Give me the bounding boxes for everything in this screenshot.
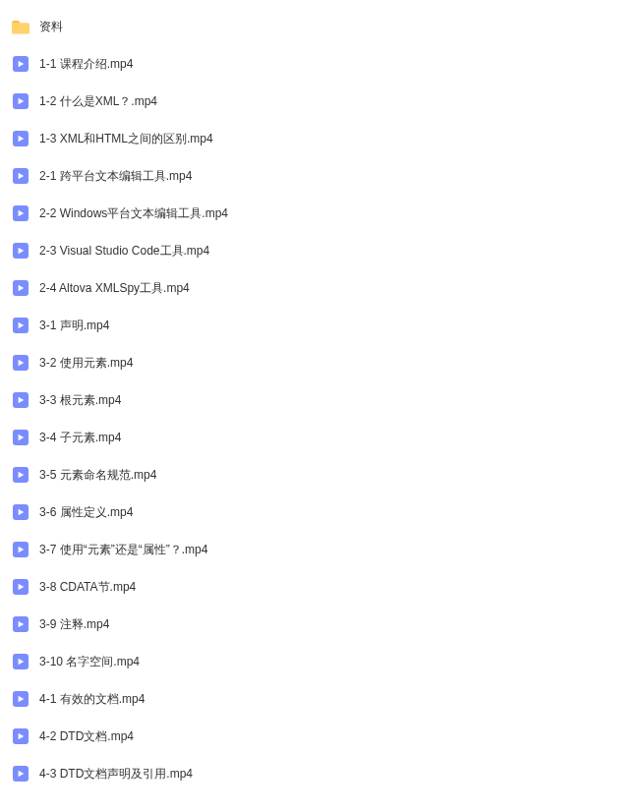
video-icon bbox=[13, 131, 29, 146]
file-name: 1-3 XML和HTML之间的区别.mp4 bbox=[39, 131, 213, 147]
file-name: 3-1 声明.mp4 bbox=[39, 318, 109, 334]
video-icon bbox=[13, 318, 29, 333]
file-name: 3-2 使用元素.mp4 bbox=[39, 355, 133, 372]
video-icon bbox=[13, 243, 29, 259]
video-file-item[interactable]: 4-3 DTD文档声明及引用.mp4 bbox=[0, 755, 644, 792]
file-name: 4-1 有效的文档.mp4 bbox=[39, 691, 145, 708]
file-name: 4-2 DTD文档.mp4 bbox=[39, 728, 134, 745]
video-icon bbox=[13, 205, 29, 221]
video-icon bbox=[13, 392, 29, 408]
file-name: 4-3 DTD文档声明及引用.mp4 bbox=[39, 766, 193, 783]
file-name: 2-4 Altova XMLSpy工具.mp4 bbox=[39, 280, 190, 297]
video-file-item[interactable]: 2-2 Windows平台文本编辑工具.mp4 bbox=[0, 195, 644, 232]
video-icon bbox=[13, 467, 29, 483]
file-name: 资料 bbox=[39, 19, 63, 35]
file-name: 2-2 Windows平台文本编辑工具.mp4 bbox=[39, 205, 228, 222]
file-name: 2-3 Visual Studio Code工具.mp4 bbox=[39, 243, 209, 260]
video-file-item[interactable]: 4-1 有效的文档.mp4 bbox=[0, 680, 644, 718]
video-icon bbox=[13, 691, 29, 707]
video-icon bbox=[13, 504, 29, 520]
file-name: 3-4 子元素.mp4 bbox=[39, 430, 121, 446]
video-icon bbox=[13, 280, 29, 296]
file-name: 1-2 什么是XML？.mp4 bbox=[39, 93, 157, 110]
video-file-item[interactable]: 3-10 名字空间.mp4 bbox=[0, 643, 644, 680]
video-file-item[interactable]: 3-8 CDATA节.mp4 bbox=[0, 568, 644, 606]
file-name: 1-1 课程介绍.mp4 bbox=[39, 56, 133, 73]
folder-icon bbox=[12, 18, 29, 35]
video-file-item[interactable]: 2-4 Altova XMLSpy工具.mp4 bbox=[0, 269, 644, 307]
video-file-item[interactable]: 1-3 XML和HTML之间的区别.mp4 bbox=[0, 120, 644, 157]
file-name: 3-3 根元素.mp4 bbox=[39, 392, 121, 409]
file-list: 资料1-1 课程介绍.mp41-2 什么是XML？.mp41-3 XML和HTM… bbox=[0, 8, 644, 792]
video-icon bbox=[13, 579, 29, 595]
file-name: 3-10 名字空间.mp4 bbox=[39, 654, 140, 670]
video-file-item[interactable]: 2-3 Visual Studio Code工具.mp4 bbox=[0, 232, 644, 269]
video-icon bbox=[13, 654, 29, 669]
video-file-item[interactable]: 3-5 元素命名规范.mp4 bbox=[0, 456, 644, 493]
file-name: 3-9 注释.mp4 bbox=[39, 616, 109, 633]
video-file-item[interactable]: 3-6 属性定义.mp4 bbox=[0, 493, 644, 531]
video-file-item[interactable]: 3-2 使用元素.mp4 bbox=[0, 344, 644, 381]
file-name: 3-7 使用“元素”还是“属性”？.mp4 bbox=[39, 542, 207, 558]
video-icon bbox=[13, 355, 29, 371]
video-icon bbox=[13, 430, 29, 445]
video-icon bbox=[13, 766, 29, 782]
video-file-item[interactable]: 3-7 使用“元素”还是“属性”？.mp4 bbox=[0, 531, 644, 568]
video-icon bbox=[13, 542, 29, 557]
video-file-item[interactable]: 3-4 子元素.mp4 bbox=[0, 419, 644, 456]
file-name: 3-5 元素命名规范.mp4 bbox=[39, 467, 156, 484]
video-icon bbox=[13, 728, 29, 744]
video-icon bbox=[13, 616, 29, 632]
video-file-item[interactable]: 3-1 声明.mp4 bbox=[0, 307, 644, 344]
video-file-item[interactable]: 4-2 DTD文档.mp4 bbox=[0, 718, 644, 755]
video-icon bbox=[13, 168, 29, 184]
video-file-item[interactable]: 1-2 什么是XML？.mp4 bbox=[0, 83, 644, 120]
video-file-item[interactable]: 2-1 跨平台文本编辑工具.mp4 bbox=[0, 157, 644, 195]
file-name: 3-6 属性定义.mp4 bbox=[39, 504, 133, 521]
video-file-item[interactable]: 3-9 注释.mp4 bbox=[0, 606, 644, 643]
file-name: 3-8 CDATA节.mp4 bbox=[39, 579, 136, 596]
video-file-item[interactable]: 3-3 根元素.mp4 bbox=[0, 381, 644, 419]
file-name: 2-1 跨平台文本编辑工具.mp4 bbox=[39, 168, 192, 185]
video-file-item[interactable]: 1-1 课程介绍.mp4 bbox=[0, 45, 644, 83]
folder-item[interactable]: 资料 bbox=[0, 8, 644, 45]
video-icon bbox=[13, 56, 29, 72]
video-icon bbox=[13, 93, 29, 109]
